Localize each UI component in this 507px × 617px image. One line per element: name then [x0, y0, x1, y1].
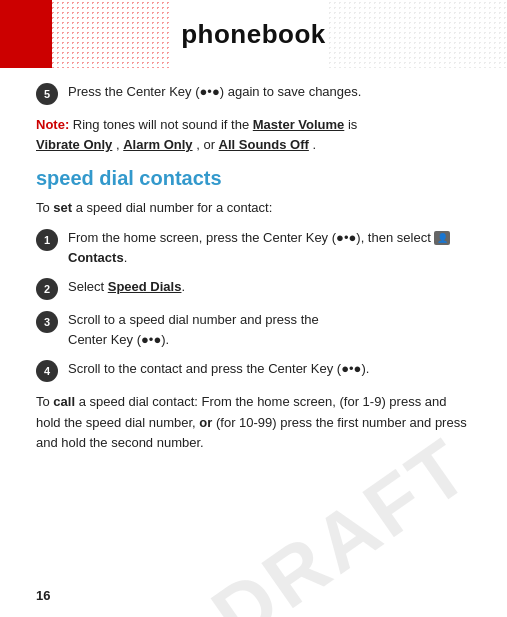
vibrate-only-label: Vibrate Only: [36, 137, 112, 152]
step-3-text: Scroll to a speed dial number and press …: [68, 310, 319, 349]
note-period: .: [313, 137, 317, 152]
contacts-icon: 👤: [434, 231, 450, 245]
all-sounds-off-label: All Sounds Off: [219, 137, 309, 152]
step-2-text: Select Speed Dials.: [68, 277, 185, 297]
section-heading: speed dial contacts: [36, 167, 471, 190]
step-4-circle: 4: [36, 360, 58, 382]
step-1-text: From the home screen, press the Center K…: [68, 228, 471, 267]
alarm-only-label: Alarm Only: [123, 137, 192, 152]
call-bold: call: [53, 394, 75, 409]
step-5-row: 5 Press the Center Key (●•●) again to sa…: [36, 82, 471, 105]
note-text: Ring tones will not sound if the: [73, 117, 253, 132]
page-number: 16: [36, 588, 50, 603]
step-5-text: Press the Center Key (●•●) again to save…: [68, 82, 361, 102]
or-bold: or: [199, 415, 212, 430]
step-1-circle: 1: [36, 229, 58, 251]
note-label: Note:: [36, 117, 69, 132]
master-volume-label: Master Volume: [253, 117, 345, 132]
step-2-row: 2 Select Speed Dials.: [36, 277, 471, 300]
set-label: set: [53, 200, 72, 215]
section-intro: To set a speed dial number for a contact…: [36, 198, 471, 218]
step-2-circle: 2: [36, 278, 58, 300]
content-area: 5 Press the Center Key (●•●) again to sa…: [0, 68, 507, 617]
step-4-text: Scroll to the contact and press the Cent…: [68, 359, 369, 379]
call-paragraph: To call a speed dial contact: From the h…: [36, 392, 471, 452]
step-3-row: 3 Scroll to a speed dial number and pres…: [36, 310, 471, 349]
note-text-2: is: [348, 117, 357, 132]
step-4-row: 4 Scroll to the contact and press the Ce…: [36, 359, 471, 382]
page-title: phonebook: [0, 0, 507, 68]
step-5-circle: 5: [36, 83, 58, 105]
step-1-row: 1 From the home screen, press the Center…: [36, 228, 471, 267]
speed-dials-label: Speed Dials: [108, 279, 182, 294]
note-block: Note: Ring tones will not sound if the M…: [36, 115, 471, 155]
step-3-circle: 3: [36, 311, 58, 333]
note-or: , or: [196, 137, 218, 152]
contacts-label: Contacts: [68, 250, 124, 265]
